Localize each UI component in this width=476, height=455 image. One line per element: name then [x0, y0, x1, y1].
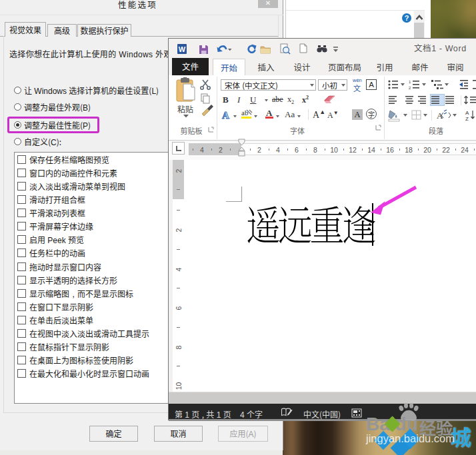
- svg-text:W: W: [179, 45, 186, 53]
- svg-text:A: A: [465, 110, 469, 116]
- svg-text:2: 2: [409, 86, 411, 90]
- svg-text:A: A: [437, 111, 443, 121]
- svg-text:Z: Z: [465, 116, 469, 122]
- svg-text:1: 1: [409, 80, 411, 84]
